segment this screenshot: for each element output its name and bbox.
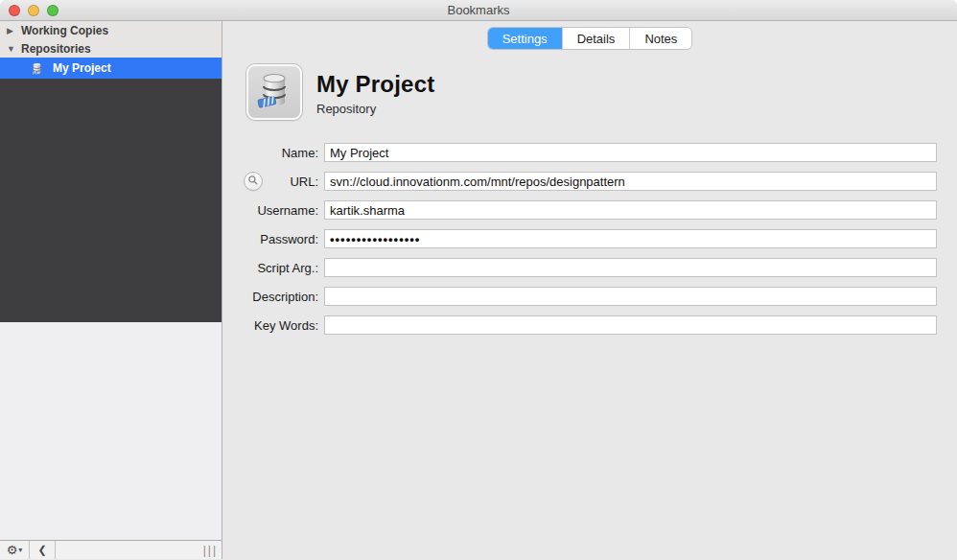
settings-form: Name: URL: bbox=[222, 143, 957, 344]
action-menu-button[interactable]: ⚙ ▾ bbox=[0, 541, 29, 559]
chevron-right-icon[interactable]: ▶ bbox=[7, 26, 21, 35]
password-label: Password: bbox=[242, 232, 318, 246]
sidebar-resize-handle[interactable]: ||| bbox=[203, 544, 218, 557]
sidebar-dark-panel bbox=[0, 79, 222, 322]
sidebar-item-working-copies[interactable]: ▶ Working Copies bbox=[0, 21, 222, 39]
caret-down-icon: ▾ bbox=[18, 546, 22, 554]
description-label: Description: bbox=[242, 290, 318, 304]
chevron-down-icon[interactable]: ▼ bbox=[7, 44, 21, 54]
form-row-key-words: Key Words: bbox=[242, 315, 937, 335]
tab-bar: Settings Details Notes bbox=[222, 28, 957, 49]
minimize-button[interactable] bbox=[28, 5, 39, 16]
form-row-description: Description: bbox=[242, 287, 937, 306]
traffic-lights bbox=[9, 5, 58, 16]
bookmarks-window: Bookmarks ▶ Working Copies ▼ Repositorie… bbox=[0, 0, 957, 560]
page-title: My Project bbox=[316, 71, 434, 98]
sidebar-item-repositories[interactable]: ▼ Repositories bbox=[0, 39, 222, 58]
key-words-input[interactable] bbox=[324, 315, 937, 335]
tab-settings[interactable]: Settings bbox=[488, 28, 562, 49]
sidebar: ▶ Working Copies ▼ Repositories bbox=[0, 21, 222, 559]
name-label: Name: bbox=[242, 146, 318, 160]
name-input[interactable] bbox=[324, 143, 937, 162]
search-icon bbox=[247, 173, 259, 190]
username-input[interactable] bbox=[324, 200, 937, 220]
sidebar-bottom-bar: ⚙ ▾ ❮ ||| bbox=[0, 540, 222, 559]
chevron-left-icon: ❮ bbox=[37, 544, 46, 556]
page-header: My Project Repository bbox=[246, 64, 434, 120]
url-input[interactable] bbox=[324, 172, 937, 191]
description-input[interactable] bbox=[324, 287, 937, 306]
sidebar-item-label: My Project bbox=[53, 61, 111, 75]
sidebar-item-my-project[interactable]: My Project bbox=[0, 58, 222, 79]
segmented-control: Settings Details Notes bbox=[488, 28, 692, 49]
repository-icon-frame bbox=[246, 64, 302, 120]
sidebar-group-label: Repositories bbox=[21, 42, 91, 56]
database-icon bbox=[253, 69, 295, 115]
window-title: Bookmarks bbox=[447, 3, 509, 17]
title-bar: Bookmarks bbox=[0, 0, 957, 21]
main-content: Settings Details Notes bbox=[222, 21, 957, 559]
divider bbox=[55, 541, 56, 559]
form-row-name: Name: bbox=[242, 143, 937, 162]
script-arg-label: Script Arg.: bbox=[242, 261, 318, 275]
database-icon bbox=[30, 61, 44, 76]
key-words-label: Key Words: bbox=[242, 318, 318, 333]
page-subtitle: Repository bbox=[316, 102, 434, 116]
username-label: Username: bbox=[242, 203, 318, 218]
zoom-button[interactable] bbox=[47, 5, 58, 16]
sidebar-group-label: Working Copies bbox=[21, 24, 108, 37]
close-button[interactable] bbox=[9, 5, 20, 16]
search-button[interactable] bbox=[244, 172, 263, 191]
gear-icon: ⚙ bbox=[7, 543, 18, 557]
form-row-url: URL: bbox=[242, 172, 937, 191]
tab-notes[interactable]: Notes bbox=[629, 28, 691, 49]
form-row-script-arg: Script Arg.: bbox=[242, 258, 937, 277]
collapse-sidebar-button[interactable]: ❮ bbox=[30, 541, 55, 559]
tab-details[interactable]: Details bbox=[562, 28, 630, 49]
form-row-password: Password: bbox=[242, 229, 937, 248]
script-arg-input[interactable] bbox=[324, 258, 937, 277]
form-row-username: Username: bbox=[242, 200, 937, 220]
password-input[interactable] bbox=[324, 229, 937, 248]
sidebar-empty-area bbox=[0, 322, 222, 540]
